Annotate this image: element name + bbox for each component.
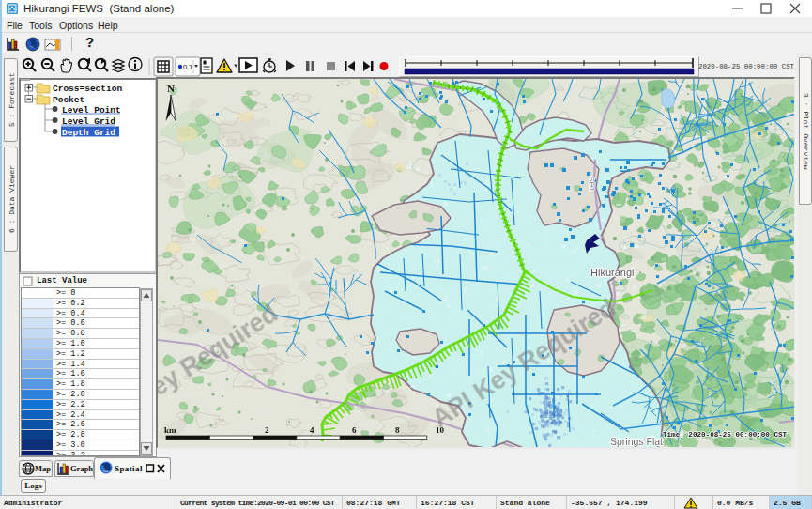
svg-text:Time: 2020-08-25 00:00:00 CST: Time: 2020-08-25 00:00:00 CST (663, 431, 788, 439)
svg-text:Springs Flat: Springs Flat (610, 436, 663, 447)
svg-text:2: 2 (265, 425, 269, 435)
svg-text:SH1: SH1 (588, 177, 596, 192)
svg-text:Cross=section: Cross=section (53, 84, 122, 94)
svg-text:10: 10 (436, 425, 445, 435)
svg-text:N: N (167, 83, 175, 94)
svg-text:Depth Grid: Depth Grid (62, 128, 115, 138)
svg-text:4: 4 (310, 425, 314, 435)
svg-text:Hikurangi: Hikurangi (590, 267, 634, 278)
svg-text:6: 6 (352, 425, 357, 435)
svg-text:0.1: 0.1 (183, 63, 192, 71)
svg-text:8: 8 (395, 425, 400, 435)
svg-text:km: km (164, 425, 176, 435)
svg-text:Pocket: Pocket (53, 95, 84, 105)
